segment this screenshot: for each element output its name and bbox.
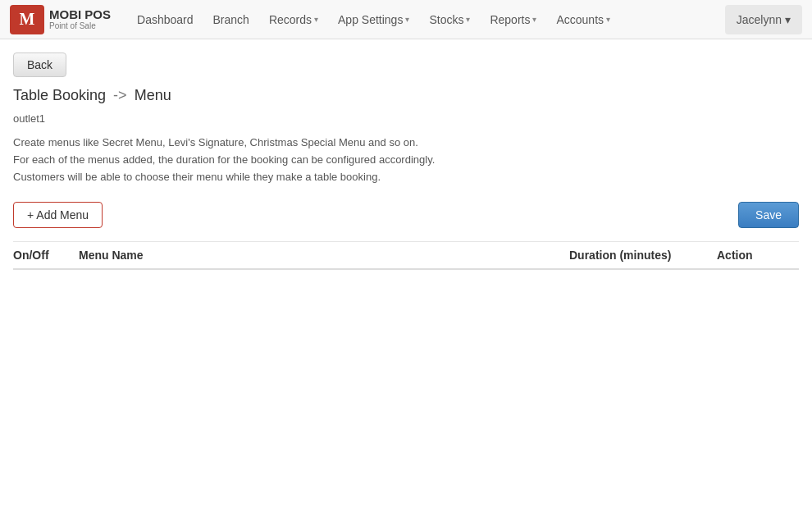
save-button[interactable]: Save: [738, 202, 799, 228]
col-on-off: On/Off: [13, 249, 79, 262]
brand-logo-area[interactable]: M MOBI POS Point of Sale: [10, 5, 111, 34]
records-caret-icon: ▾: [314, 15, 318, 24]
nav-records[interactable]: Records ▾: [259, 2, 328, 38]
brand-subtitle: Point of Sale: [49, 21, 111, 30]
description-line2: For each of the menus added, the duratio…: [13, 152, 799, 169]
nav-accounts[interactable]: Accounts ▾: [546, 2, 620, 38]
outlet-label: outlet1: [13, 112, 799, 125]
brand-text: MOBI POS Point of Sale: [49, 8, 111, 31]
reports-caret-icon: ▾: [532, 15, 536, 24]
page-title-part2: Menu: [135, 87, 171, 103]
add-menu-button[interactable]: + Add Menu: [13, 202, 103, 228]
col-action: Action: [717, 249, 799, 262]
page-title: Table Booking -> Menu: [13, 87, 799, 104]
brand-letter: M: [20, 10, 35, 29]
stocks-caret-icon: ▾: [466, 15, 470, 24]
nav-reports[interactable]: Reports ▾: [480, 2, 546, 38]
col-menu-name: Menu Name: [79, 249, 569, 262]
brand-title: MOBI POS: [49, 8, 111, 22]
table-header: On/Off Menu Name Duration (minutes) Acti…: [13, 242, 799, 270]
navbar: M MOBI POS Point of Sale Dashboard Branc…: [0, 0, 812, 39]
action-bar: + Add Menu Save: [13, 202, 799, 228]
description-line3: Customers will be able to choose their m…: [13, 169, 799, 186]
username-label: Jacelynn: [737, 13, 782, 26]
description-line1: Create menus like Secret Menu, Levi's Si…: [13, 135, 799, 152]
col-duration: Duration (minutes): [569, 249, 717, 262]
main-content: Back Table Booking -> Menu outlet1 Creat…: [0, 39, 812, 447]
accounts-caret-icon: ▾: [606, 15, 610, 24]
page-title-part1: Table Booking: [13, 87, 106, 103]
title-arrow: ->: [113, 87, 127, 103]
table-body: [13, 270, 799, 434]
description-text: Create menus like Secret Menu, Levi's Si…: [13, 135, 799, 185]
nav-branch[interactable]: Branch: [203, 2, 259, 38]
nav-app-settings[interactable]: App Settings ▾: [328, 2, 419, 38]
user-menu[interactable]: Jacelynn ▾: [725, 5, 802, 34]
nav-dashboard[interactable]: Dashboard: [127, 2, 203, 38]
user-caret-icon: ▾: [785, 13, 791, 26]
brand-logo-icon: M: [10, 5, 44, 34]
app-settings-caret-icon: ▾: [405, 15, 409, 24]
nav-items: Dashboard Branch Records ▾ App Settings …: [127, 2, 725, 38]
back-button[interactable]: Back: [13, 53, 66, 77]
nav-stocks[interactable]: Stocks ▾: [419, 2, 480, 38]
